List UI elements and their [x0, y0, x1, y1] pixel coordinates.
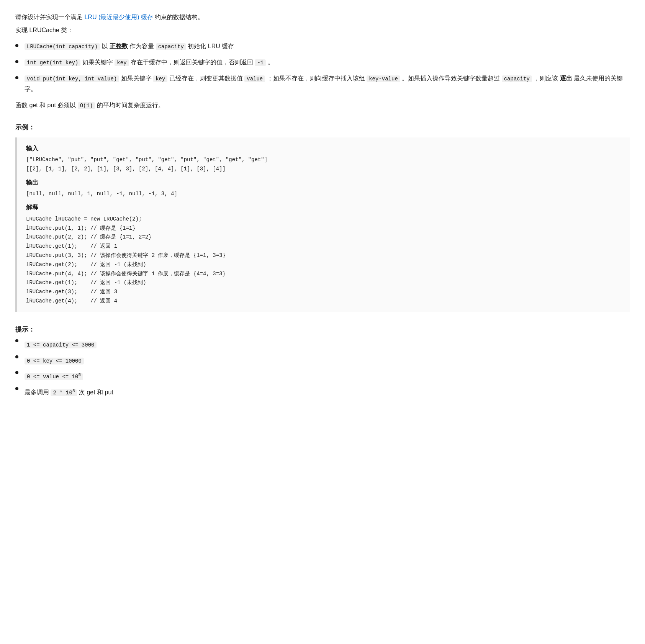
hint-dot-4	[15, 387, 18, 390]
hint-item-2: 0 <= key <= 10000	[15, 355, 630, 366]
key-code-1: key	[115, 59, 129, 66]
lru-link[interactable]: LRU (最近最少使用) 缓存	[84, 14, 153, 20]
intro-paragraph: 请你设计并实现一个满足 LRU (最近最少使用) 缓存 约束的数据结构。	[15, 12, 630, 22]
explain-line-9: lRUCache.get(3); // 返回 3	[26, 288, 620, 297]
evict-bold: 逐出	[560, 75, 572, 82]
explain-line-1: LRUCache lRUCache = new LRUCache(2);	[26, 215, 620, 224]
put-code: void put(int key, int value)	[25, 75, 119, 82]
hint-item-4: 最多调用 2 * 105 次 get 和 put	[15, 387, 630, 398]
explain-line-6: lRUCache.get(2); // 返回 -1 (未找到)	[26, 260, 620, 270]
hint-content-1: 1 <= capacity <= 3000	[25, 339, 97, 350]
output-line: [null, null, null, 1, null, -1, null, -1…	[26, 190, 620, 199]
hint-item-3: 0 <= value <= 105	[15, 371, 630, 382]
get-content: int get(int key) 如果关键字 key 存在于缓存中，则返回关键字…	[25, 57, 630, 68]
example-box: 输入 ["LRUCache", "put", "put", "get", "pu…	[15, 137, 630, 312]
explain-label: 解释	[26, 203, 620, 212]
hint-content-2: 0 <= key <= 10000	[25, 355, 84, 366]
complexity-paragraph: 函数 get 和 put 必须以 O(1) 的平均时间复杂度运行。	[15, 100, 630, 110]
hint-code-4: 2 * 105	[51, 389, 77, 396]
bullet-dot-2	[15, 60, 18, 63]
explain-line-10: lRUCache.get(4); // 返回 4	[26, 297, 620, 306]
hints-list: 1 <= capacity <= 3000 0 <= key <= 10000 …	[15, 339, 630, 398]
key-value-code: key-value	[367, 75, 400, 82]
list-item-constructor: LRUCache(int capacity) 以 正整数 作为容量 capaci…	[15, 41, 630, 52]
bullet-dot-1	[15, 44, 18, 47]
explain-line-5: lRUCache.put(3, 3); // 该操作会使得关键字 2 作废，缓存…	[26, 251, 620, 260]
hint-dot-3	[15, 371, 18, 374]
constructor-content: LRUCache(int capacity) 以 正整数 作为容量 capaci…	[25, 41, 630, 52]
list-item-get: int get(int key) 如果关键字 key 存在于缓存中，则返回关键字…	[15, 57, 630, 68]
intro-suffix: 约束的数据结构。	[153, 14, 204, 20]
hint-code-3: 0 <= value <= 105	[25, 373, 83, 380]
hint-dot-2	[15, 355, 18, 358]
bold-integer: 正整数	[110, 43, 128, 49]
hints-section: 提示： 1 <= capacity <= 3000 0 <= key <= 10…	[15, 324, 630, 398]
input-line1: ["LRUCache", "put", "put", "get", "put",…	[26, 155, 620, 165]
hint-item-1: 1 <= capacity <= 3000	[15, 339, 630, 350]
key-code-2: key	[153, 75, 167, 82]
list-item-put: void put(int key, int value) 如果关键字 key 已…	[15, 73, 630, 94]
explain-line-4: lRUCache.get(1); // 返回 1	[26, 242, 620, 251]
input-label: 输入	[26, 144, 620, 154]
hint-code-1: 1 <= capacity <= 3000	[25, 342, 97, 348]
input-line2: [[2], [1, 1], [2, 2], [1], [3, 3], [2], …	[26, 165, 620, 174]
capacity-code: capacity	[156, 43, 186, 50]
get-code: int get(int key)	[25, 59, 80, 66]
explain-line-7: lRUCache.put(4, 4); // 该操作会使得关键字 1 作废，缓存…	[26, 270, 620, 279]
complexity-code: O(1)	[78, 102, 95, 109]
example-title: 示例：	[15, 122, 630, 132]
hint-content-4: 最多调用 2 * 105 次 get 和 put	[25, 387, 113, 398]
implement-label: 实现 LRUCache 类：	[15, 25, 630, 35]
capacity-code-2: capacity	[502, 75, 532, 82]
explain-line-3: lRUCache.put(2, 2); // 缓存是 {1=1, 2=2}	[26, 233, 620, 242]
method-list: LRUCache(int capacity) 以 正整数 作为容量 capaci…	[15, 41, 630, 94]
hint-dot-1	[15, 339, 18, 342]
put-content: void put(int key, int value) 如果关键字 key 已…	[25, 73, 630, 94]
neg-one-code: -1	[255, 59, 266, 66]
explain-line-8: lRUCache.get(1); // 返回 -1 (未找到)	[26, 278, 620, 288]
explain-line-2: lRUCache.put(1, 1); // 缓存是 {1=1}	[26, 224, 620, 233]
hint-code-2: 0 <= key <= 10000	[25, 358, 84, 364]
hint-content-3: 0 <= value <= 105	[25, 371, 83, 382]
intro-prefix: 请你设计并实现一个满足	[15, 14, 84, 20]
value-code: value	[244, 75, 265, 82]
bullet-dot-3	[15, 76, 18, 79]
output-label: 输出	[26, 178, 620, 188]
hints-title: 提示：	[15, 324, 630, 335]
constructor-code: LRUCache(int capacity)	[25, 43, 100, 50]
